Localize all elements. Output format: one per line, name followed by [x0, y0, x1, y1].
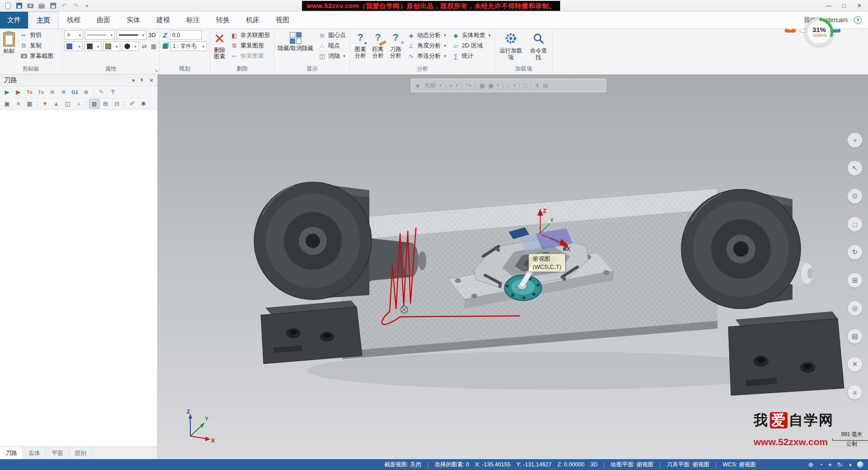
grid-view-icon[interactable]: ▦ [24, 99, 35, 108]
copy-button[interactable]: ⧉ 复制 [18, 41, 56, 51]
select-window-icon[interactable]: □ [524, 82, 527, 89]
solid-color-combo[interactable]: ▾ [103, 42, 120, 51]
undelete-button[interactable]: ↩ 恢复图素 [228, 51, 272, 61]
download-progress-overlay[interactable]: 31% ↑525K/s [805, 18, 833, 46]
target-center-icon[interactable]: ⌖ [828, 461, 832, 469]
select-all-operations-icon[interactable]: ▶ [2, 87, 12, 97]
point-style-combo[interactable]: ✳▾ [64, 30, 83, 40]
select-arrow-icon[interactable]: ↖ [847, 160, 863, 176]
select-grid-icon[interactable]: ▦ [480, 82, 485, 89]
help-icon[interactable]: ? [854, 16, 862, 24]
mode-2d3d-toggle[interactable]: 3D [590, 461, 598, 468]
cursor-icon[interactable]: ► [415, 82, 421, 89]
delete-non-associative-button[interactable]: ◧ 非关联图形 [228, 30, 272, 40]
close-button[interactable]: ✕ [852, 0, 867, 11]
regen-selected-icon[interactable]: ≋ [47, 87, 57, 97]
tab-toolpaths[interactable]: 刀路 [0, 447, 23, 459]
tab-file[interactable]: 文件 [0, 12, 28, 28]
pin-icon[interactable]: 🖈 [139, 77, 145, 84]
panel-dropdown-icon[interactable]: ▾ [132, 77, 135, 84]
select-dirty-operations-icon[interactable]: ▶ [13, 87, 24, 97]
select-home-icon[interactable]: ⌂ [507, 82, 510, 89]
quadrant-icon[interactable]: ◔ [819, 461, 822, 468]
edit-operation-icon[interactable]: ✎ [96, 87, 107, 97]
globe-icon[interactable]: ⊕ [808, 461, 814, 468]
refresh-icon[interactable]: ↻ [837, 461, 843, 468]
solid-check-button[interactable]: ◆ 实体检查▾ [450, 30, 493, 40]
endpoint-button[interactable]: ∴ 端点 [316, 41, 348, 51]
command-finder-button[interactable]: 命令查找 [526, 30, 551, 65]
panel-close-icon[interactable]: ✕ [149, 77, 154, 84]
line-width-combo[interactable]: ▾ [117, 30, 146, 40]
tab-drafting[interactable]: 标注 [178, 12, 208, 28]
tplane-selector[interactable]: 刀具平面: 俯视图 [667, 461, 709, 469]
zoom-in-icon[interactable]: ＋ [847, 132, 863, 148]
expand-tree-icon[interactable]: ⊞ [100, 99, 111, 108]
delete-duplicates-button[interactable]: ⧉ 重复图形 [228, 41, 272, 51]
wireframe-color-combo[interactable]: ▾ [64, 42, 83, 51]
redo-icon[interactable]: ↷ [71, 2, 80, 10]
attributes-dialog-launcher[interactable]: ↘ [154, 68, 158, 73]
analyze-toolpath-button[interactable]: ?≈ 刀路分析 [387, 30, 404, 65]
hide-unhide-button[interactable]: 隐藏/取消隐藏 [276, 30, 315, 65]
tab-solid[interactable]: 实体 [118, 12, 148, 28]
toolpath-help-icon[interactable]: ? [108, 87, 118, 97]
tab-machine[interactable]: 机床 [238, 12, 268, 28]
rotate-view-icon[interactable]: ↻ [847, 244, 863, 260]
collapse-tree-icon[interactable]: ⊟ [112, 99, 122, 108]
area-2d-button[interactable]: ▱ 2D 区域 [450, 41, 493, 51]
3d-mode-toggle[interactable]: 3D [148, 32, 156, 38]
blank-button[interactable]: ◫ 消隐▾ [316, 51, 348, 61]
maximize-button[interactable]: □ [836, 0, 852, 11]
analyze-distance-button[interactable]: ? 距离分析 [370, 30, 386, 65]
analyze-dynamic-button[interactable]: ◈ 动态分析▾ [405, 30, 448, 40]
view-menu-icon[interactable]: ≡ [847, 385, 863, 400]
snap-dropdown-icon[interactable]: ▾ [456, 83, 458, 88]
toggle-panel-display-icon[interactable]: ▦ [89, 99, 99, 108]
tab-home[interactable]: 主页 [28, 12, 59, 28]
delete-entity-button[interactable]: ✕ 删除图素 [212, 30, 227, 65]
tab-planes[interactable]: 平面 [46, 447, 69, 459]
window-zoom-icon[interactable]: □ [847, 216, 863, 232]
regen-all-icon[interactable]: ≋ [58, 87, 69, 97]
print-icon[interactable] [38, 2, 46, 10]
line-style-combo[interactable]: ▾ [85, 30, 115, 40]
operations-list-icon[interactable]: ≡ [13, 99, 24, 108]
select-box-icon[interactable]: ▣ [488, 82, 494, 89]
cursor-dropdown-icon[interactable]: ▾ [439, 83, 442, 88]
viewport-canvas[interactable]: Z Y X Z Y X [158, 75, 868, 459]
move-down-icon[interactable]: ▼ [40, 99, 50, 108]
angle-snap-icon[interactable]: °+ [466, 82, 472, 89]
wcs-selector[interactable]: WCS: 俯视图 [722, 461, 756, 469]
tab-model-prep[interactable]: 建模 [148, 12, 178, 28]
insert-position-icon[interactable]: ◫ [62, 99, 73, 108]
select-flash-icon[interactable]: ↯ [535, 82, 540, 89]
tab-view[interactable]: 视图 [268, 12, 297, 28]
level-combo[interactable]: 1 : 零件毛▾ [170, 42, 207, 51]
edit-pencil-icon[interactable]: ✐ [127, 99, 137, 108]
contrast-icon[interactable]: ◑ [848, 461, 852, 468]
tab-transform[interactable]: 转换 [208, 12, 238, 28]
cplane-selector[interactable]: 绘图平面: 俯视图 [611, 461, 653, 469]
fit-view-icon[interactable]: ◎ [847, 301, 863, 316]
clear-colors-icon[interactable]: ✕ [847, 357, 863, 372]
select-dropdown-icon[interactable]: ▾ [497, 83, 499, 88]
center-point-button[interactable]: ⊙ 圆心点 [316, 30, 348, 40]
target-icon[interactable]: ⊙ [847, 188, 863, 204]
toggle-toolpath-display-icon[interactable]: Tx [24, 87, 35, 97]
statistics-button[interactable]: ∑ 统计 [450, 51, 493, 61]
material-combo[interactable]: ▾ [122, 42, 139, 51]
save-all-icon[interactable] [49, 2, 57, 10]
analyze-entity-button[interactable]: ?▸ 图素分析 [352, 30, 368, 65]
tab-surface[interactable]: 曲面 [89, 12, 118, 28]
select-home-dropdown-icon[interactable]: ▾ [514, 83, 516, 88]
settings-gear-icon[interactable]: ✱ [138, 99, 149, 108]
undo-icon[interactable]: ↶ [60, 2, 68, 10]
add-operation-icon[interactable]: ＋ [74, 99, 84, 108]
quick-access-dropdown-icon[interactable]: ▾ [83, 2, 91, 10]
mastercam-sphere-icon[interactable] [857, 461, 863, 468]
lock-icon[interactable]: ▣ [2, 99, 12, 108]
attributes-grid-icon[interactable]: ▦ [150, 42, 157, 50]
section-view-status[interactable]: 截面视图: 关闭 [384, 461, 421, 469]
tab-wireframe[interactable]: 线框 [59, 12, 89, 28]
